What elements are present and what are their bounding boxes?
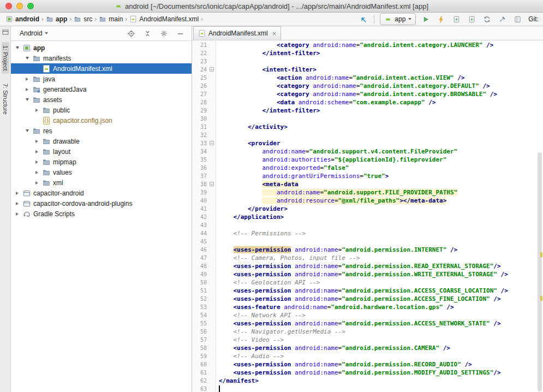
code-line[interactable]: 54 <!-- Network API -->	[192, 311, 543, 319]
code-line[interactable]: 26 <category android:name="android.inten…	[192, 82, 543, 90]
code-line[interactable]: 53 <uses-feature android:name="android.h…	[192, 303, 543, 311]
code-line[interactable]: 27 <category android:name="android.inten…	[192, 90, 543, 98]
expand-toggle-icon[interactable]	[14, 202, 20, 205]
code-line[interactable]: 47 <!-- Camera, Photos, input file -->	[192, 254, 543, 262]
fold-marker-icon[interactable]: −	[210, 67, 214, 72]
code-line[interactable]: 49 <uses-permission android:name="androi…	[192, 270, 543, 278]
expand-toggle-icon[interactable]	[24, 88, 30, 91]
code-line[interactable]: 55 <uses-permission android:name="androi…	[192, 319, 543, 328]
expand-toggle-icon[interactable]	[24, 98, 30, 101]
device-manager-button[interactable]	[512, 14, 523, 25]
gradle-sync-button[interactable]	[481, 14, 492, 25]
code-line[interactable]: 61 <uses-permission android:name="androi…	[192, 369, 543, 377]
install-run-button[interactable]	[451, 14, 462, 25]
expand-toggle-icon[interactable]	[34, 161, 40, 164]
breadcrumb-item-app[interactable]: app	[45, 15, 68, 23]
expand-toggle-icon[interactable]	[34, 181, 40, 185]
expand-toggle-icon[interactable]	[14, 212, 20, 216]
tree-item-generatedjava[interactable]: generatedJava	[11, 84, 192, 94]
code-line[interactable]: 58 <uses-permission android:name="androi…	[192, 344, 543, 352]
code-line[interactable]: 34 android:name="android.support.v4.cont…	[192, 147, 543, 156]
code-line[interactable]: 21 <category android:name="android.inten…	[192, 41, 543, 49]
code-line[interactable]: 25 <action android:name="android.intent.…	[192, 74, 543, 82]
hide-panel-icon[interactable]	[176, 29, 185, 38]
breadcrumb-item-androidmanifest-xml[interactable]: AndroidManifest.xml	[128, 15, 200, 23]
tree-item-gradle-scripts[interactable]: Gradle Scripts	[11, 209, 192, 219]
settings-icon[interactable]	[159, 29, 169, 38]
tree-item-capacitor-cordova-android-plugins[interactable]: capacitor-cordova-android-plugins	[11, 198, 192, 209]
code-line[interactable]: 37 android:grantUriPermissions="true">	[192, 172, 543, 180]
breadcrumb-item-android[interactable]: android	[4, 15, 40, 23]
tree-item-values[interactable]: values	[11, 167, 192, 177]
tool-window-bars-icon[interactable]	[2, 29, 9, 37]
stripe-structure-button[interactable]: 7: Structure	[2, 80, 9, 118]
tree-item-capacitor-android[interactable]: capacitor-android	[11, 188, 192, 198]
code-line[interactable]: 38− <meta-data	[192, 180, 543, 188]
code-line[interactable]: 63	[192, 385, 543, 392]
code-line[interactable]: 52 <uses-permission android:name="androi…	[192, 295, 543, 303]
error-stripe-mark[interactable]	[540, 296, 542, 301]
code-line[interactable]: 56 <!-- Navigator.getUserMedia -->	[192, 328, 543, 336]
breadcrumb-item-main[interactable]: main	[98, 15, 124, 23]
code-line[interactable]: 42 </application>	[192, 213, 543, 221]
apply-changes-button[interactable]	[435, 14, 446, 25]
locate-file-icon[interactable]	[127, 29, 136, 38]
tree-item-drawable[interactable]: drawable	[11, 136, 192, 146]
tree-item-layout[interactable]: layout	[11, 146, 192, 157]
fold-marker-icon[interactable]: −	[210, 141, 214, 145]
fold-marker-icon[interactable]: −	[210, 182, 214, 186]
code-line[interactable]: 57 <!-- Video -->	[192, 336, 543, 344]
code-line[interactable]: 40 android:resource="@xml/file_paths"></…	[192, 197, 543, 205]
run-config-selector[interactable]: app	[380, 13, 416, 25]
tree-item-assets[interactable]: assets	[11, 94, 192, 105]
project-view-selector[interactable]: Android	[20, 29, 42, 37]
code-line[interactable]: 43	[192, 221, 543, 229]
expand-toggle-icon[interactable]	[34, 150, 40, 153]
code-line[interactable]: 41 </provider>	[192, 205, 543, 213]
code-line[interactable]: 51 <uses-permission android:name="androi…	[192, 287, 543, 295]
code-line[interactable]: 23	[192, 57, 543, 66]
code-line[interactable]: 45	[192, 237, 543, 246]
minimize-window-button[interactable]	[16, 3, 23, 9]
build-button[interactable]	[497, 14, 508, 25]
attach-debugger-button[interactable]	[466, 14, 477, 25]
code-line[interactable]: 33− <provider	[192, 139, 543, 147]
tree-item-manifests[interactable]: manifests	[11, 53, 192, 63]
code-line[interactable]: 62</manifest>	[192, 377, 543, 385]
editor-scrollbar[interactable]	[538, 152, 542, 391]
expand-toggle-icon[interactable]	[24, 78, 30, 81]
code-line[interactable]: 30	[192, 115, 543, 123]
zoom-window-button[interactable]	[27, 3, 34, 9]
tree-item-androidmanifest-xml[interactable]: AndroidManifest.xml	[11, 63, 192, 74]
code-line[interactable]: 32	[192, 131, 543, 139]
breadcrumb-item-src[interactable]: src	[73, 15, 93, 23]
error-stripe-mark[interactable]	[540, 252, 542, 257]
tab-androidmanifest[interactable]: AndroidManifest.xml ×	[193, 26, 281, 40]
code-line[interactable]: 28 <data android:scheme="com.example.cap…	[192, 98, 543, 106]
code-line[interactable]: 36 android:exported="false"	[192, 164, 543, 172]
tree-item-mipmap[interactable]: mipmap	[11, 157, 192, 167]
tree-item-res[interactable]: res	[11, 126, 192, 136]
expand-toggle-icon[interactable]	[34, 140, 40, 143]
tree-item-public[interactable]: public	[11, 105, 192, 115]
close-icon[interactable]: ×	[272, 30, 277, 37]
tree-item-app[interactable]: app	[11, 43, 192, 53]
code-line[interactable]: 60 <uses-permission android:name="androi…	[192, 360, 543, 369]
run-button[interactable]	[420, 14, 431, 25]
tree-item-capacitor-config-json[interactable]: {}capacitor.config.json	[11, 115, 192, 126]
code-line[interactable]: 50 <!-- Geolocation API -->	[192, 278, 543, 287]
code-line[interactable]: 22 </intent-filter>	[192, 49, 543, 57]
code-line[interactable]: 24− <intent-filter>	[192, 66, 543, 74]
expand-toggle-icon[interactable]	[24, 57, 30, 60]
code-line[interactable]: 31 </activity>	[192, 123, 543, 131]
code-line[interactable]: 44 <!-- Permissions -->	[192, 229, 543, 237]
back-arrow-icon[interactable]	[357, 14, 368, 25]
collapse-all-icon[interactable]	[143, 29, 152, 38]
tree-item-java[interactable]: java	[11, 74, 192, 84]
tree-item-xml[interactable]: xml	[11, 177, 192, 188]
expand-toggle-icon[interactable]	[34, 171, 40, 174]
code-line[interactable]: 46 <uses-permission android:name="androi…	[192, 246, 543, 254]
code-line[interactable]: 29 </intent-filter>	[192, 106, 543, 115]
code-editor[interactable]: 21 <category android:name="android.inten…	[192, 40, 543, 392]
expand-toggle-icon[interactable]	[14, 192, 20, 195]
